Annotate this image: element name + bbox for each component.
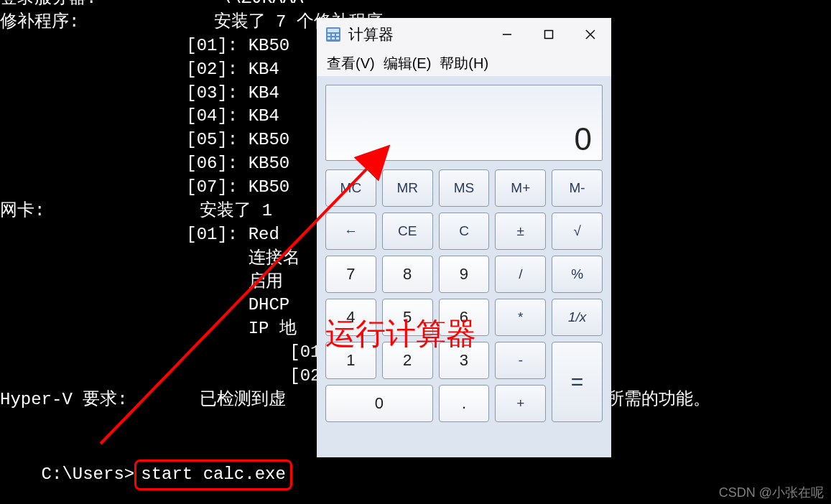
- num3-button[interactable]: 3: [439, 342, 490, 379]
- ce-button[interactable]: CE: [382, 213, 433, 250]
- prompt: C:\Users>: [42, 465, 135, 484]
- close-button[interactable]: [570, 18, 611, 50]
- ms-button[interactable]: MS: [439, 169, 490, 207]
- command-highlight: start calc.exe: [134, 459, 292, 490]
- svg-rect-4: [336, 34, 339, 36]
- menubar: 查看(V) 编辑(E) 帮助(H): [317, 50, 611, 76]
- button-grid: MC MR MS M+ M- ← CE C ± √ 7 8 9 / % 4 5 …: [325, 169, 603, 422]
- minimize-button[interactable]: [486, 18, 528, 50]
- decimal-button[interactable]: .: [439, 385, 490, 422]
- num8-button[interactable]: 8: [382, 256, 433, 293]
- terminal-line: 登录服务器: \\ZJKAAA: [0, 0, 831, 11]
- svg-rect-2: [328, 34, 330, 36]
- svg-rect-3: [332, 34, 335, 36]
- sqrt-button[interactable]: √: [552, 213, 603, 250]
- num0-button[interactable]: 0: [325, 385, 433, 422]
- equals-button[interactable]: =: [552, 342, 603, 422]
- display: 0: [325, 85, 603, 161]
- calculator-window: 计算器 查看(V) 编辑(E) 帮助(H) 0 MC MR MS M+ M- ←…: [317, 18, 611, 457]
- num6-button[interactable]: 6: [439, 299, 490, 336]
- menu-edit[interactable]: 编辑(E): [384, 54, 432, 73]
- mplus-button[interactable]: M+: [495, 169, 546, 207]
- svg-rect-1: [328, 29, 339, 32]
- reciprocal-button[interactable]: 1/x: [552, 299, 603, 336]
- num4-button[interactable]: 4: [325, 299, 376, 336]
- svg-rect-5: [328, 37, 330, 39]
- divide-button[interactable]: /: [495, 256, 546, 293]
- mc-button[interactable]: MC: [325, 169, 376, 207]
- mr-button[interactable]: MR: [382, 169, 433, 207]
- titlebar[interactable]: 计算器: [317, 18, 611, 50]
- svg-rect-6: [332, 37, 335, 39]
- num5-button[interactable]: 5: [382, 299, 433, 336]
- num2-button[interactable]: 2: [382, 342, 433, 379]
- plusminus-button[interactable]: ±: [495, 213, 546, 250]
- backspace-button[interactable]: ←: [325, 213, 376, 250]
- subtract-button[interactable]: -: [495, 342, 546, 379]
- c-button[interactable]: C: [439, 213, 490, 250]
- add-button[interactable]: +: [495, 385, 546, 422]
- num7-button[interactable]: 7: [325, 256, 376, 293]
- menu-view[interactable]: 查看(V): [327, 54, 375, 73]
- num1-button[interactable]: 1: [325, 342, 376, 379]
- watermark: CSDN @小张在呢: [719, 484, 824, 501]
- svg-rect-7: [336, 37, 339, 39]
- num9-button[interactable]: 9: [439, 256, 490, 293]
- percent-button[interactable]: %: [552, 256, 603, 293]
- maximize-button[interactable]: [528, 18, 570, 50]
- menu-help[interactable]: 帮助(H): [440, 54, 488, 73]
- window-title: 计算器: [348, 24, 394, 45]
- mminus-button[interactable]: M-: [552, 169, 603, 207]
- calculator-icon: [325, 27, 341, 42]
- calculator-body: 0 MC MR MS M+ M- ← CE C ± √ 7 8 9 / % 4 …: [317, 76, 611, 457]
- svg-rect-9: [545, 30, 553, 38]
- multiply-button[interactable]: *: [495, 299, 546, 336]
